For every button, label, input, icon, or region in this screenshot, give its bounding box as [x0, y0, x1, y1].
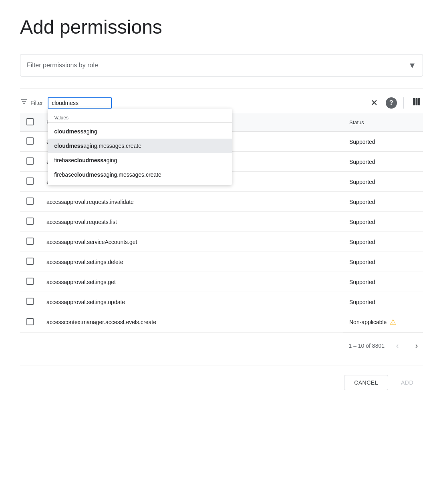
table-row: accessapproval.settings.deleteSupported: [20, 252, 423, 272]
add-button[interactable]: ADD: [391, 375, 423, 390]
row-checkbox-cell: [20, 232, 40, 252]
row-checkbox-cell: [20, 152, 40, 172]
close-icon: ✕: [371, 98, 378, 108]
row-permission: accesscontextmanager.accessLevels.create: [40, 312, 343, 333]
row-status: Supported: [343, 132, 423, 152]
table-row: accessapproval.settings.getSupported: [20, 272, 423, 292]
autocomplete-item[interactable]: firebasecloudmessaging: [48, 153, 232, 167]
filter-button[interactable]: Filter: [20, 98, 43, 108]
help-button[interactable]: ?: [386, 97, 397, 109]
svg-rect-4: [416, 98, 418, 105]
row-permission: accessapproval.serviceAccounts.get: [40, 232, 343, 252]
page-title: Add permissions: [20, 16, 423, 38]
row-checkbox-cell: [20, 292, 40, 312]
cancel-button[interactable]: CANCEL: [344, 375, 388, 390]
filter-input[interactable]: [48, 97, 112, 109]
pagination: 1 – 10 of 8801 ‹ ›: [20, 333, 423, 359]
filter-label: Filter: [30, 100, 43, 106]
header-checkbox[interactable]: [26, 118, 34, 125]
row-checkbox-cell: [20, 272, 40, 292]
row-checkbox[interactable]: [26, 258, 34, 265]
row-checkbox[interactable]: [26, 177, 34, 185]
row-checkbox[interactable]: [26, 157, 34, 165]
row-checkbox-cell: [20, 132, 40, 152]
autocomplete-item[interactable]: cloudmessaging: [48, 124, 232, 139]
divider: [20, 89, 423, 89]
table-row: accessapproval.settings.updateSupported: [20, 292, 423, 312]
row-permission: accessapproval.requests.list: [40, 212, 343, 232]
row-checkbox[interactable]: [26, 137, 34, 145]
row-checkbox-cell: [20, 212, 40, 232]
dropdown-arrow-icon: ▼: [408, 61, 416, 70]
row-status: Supported: [343, 192, 423, 212]
row-status: Supported: [343, 272, 423, 292]
autocomplete-item[interactable]: firebasecloudmessaging.messages.create: [48, 167, 232, 182]
filter-icon: [20, 98, 28, 108]
th-status: Status: [343, 113, 423, 132]
row-status: Supported: [343, 212, 423, 232]
row-status: Supported: [343, 152, 423, 172]
row-checkbox-cell: [20, 192, 40, 212]
th-checkbox: [20, 113, 40, 132]
autocomplete-header: Values: [48, 112, 232, 123]
filter-role-placeholder: Filter permissions by role: [27, 62, 98, 69]
row-checkbox[interactable]: [26, 318, 34, 325]
table-row: accesscontextmanager.accessLevels.create…: [20, 312, 423, 333]
toolbar-right: ✕ ?: [369, 95, 423, 110]
row-permission: accessapproval.settings.update: [40, 292, 343, 312]
row-permission: accessapproval.requests.invalidate: [40, 192, 343, 212]
pagination-prev-button[interactable]: ‹: [391, 339, 404, 352]
svg-rect-5: [418, 98, 420, 105]
footer: CANCEL ADD: [20, 365, 423, 390]
clear-filter-button[interactable]: ✕: [369, 96, 379, 110]
row-status: Supported: [343, 252, 423, 272]
table-row: accessapproval.serviceAccounts.getSuppor…: [20, 232, 423, 252]
svg-rect-3: [413, 98, 415, 105]
row-checkbox[interactable]: [26, 198, 34, 205]
filter-input-wrapper: Values cloudmessagingcloudmessaging.mess…: [48, 97, 112, 109]
autocomplete-dropdown: Values cloudmessagingcloudmessaging.mess…: [48, 109, 232, 185]
row-status: Supported: [343, 232, 423, 252]
row-status: Non-applicable ⚠: [343, 312, 423, 333]
row-checkbox[interactable]: [26, 278, 34, 285]
row-checkbox-cell: [20, 312, 40, 333]
toolbar-divider: [403, 97, 404, 109]
autocomplete-item[interactable]: cloudmessaging.messages.create: [48, 139, 232, 153]
columns-button[interactable]: [410, 95, 423, 110]
row-checkbox[interactable]: [26, 298, 34, 305]
row-checkbox[interactable]: [26, 218, 34, 225]
row-status: Supported: [343, 292, 423, 312]
row-permission: accessapproval.settings.get: [40, 272, 343, 292]
pagination-info: 1 – 10 of 8801: [348, 343, 385, 349]
row-checkbox-cell: [20, 172, 40, 192]
help-icon: ?: [389, 99, 393, 107]
row-status: Supported: [343, 172, 423, 192]
pagination-next-button[interactable]: ›: [410, 339, 423, 352]
row-checkbox[interactable]: [26, 238, 34, 245]
row-checkbox-cell: [20, 252, 40, 272]
table-row: accessapproval.requests.invalidateSuppor…: [20, 192, 423, 212]
table-row: accessapproval.requests.listSupported: [20, 212, 423, 232]
columns-icon: [412, 97, 421, 109]
row-permission: accessapproval.settings.delete: [40, 252, 343, 272]
warning-icon: ⚠: [390, 318, 396, 327]
filter-role-dropdown[interactable]: Filter permissions by role ▼: [20, 54, 423, 77]
toolbar: Filter Values cloudmessagingcloudmessagi…: [20, 95, 423, 113]
